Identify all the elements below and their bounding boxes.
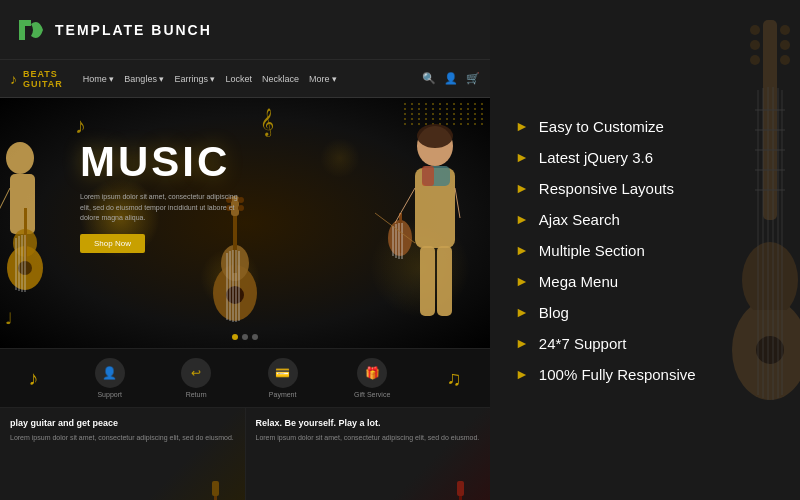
nav-action-icons: 🔍 👤 🛒 bbox=[422, 72, 480, 85]
dot-2 bbox=[242, 334, 248, 340]
nav-bangles[interactable]: Bangles ▾ bbox=[124, 74, 164, 84]
shop-now-button[interactable]: Shop Now bbox=[80, 234, 145, 253]
icon-item-return: ↩ Return bbox=[181, 358, 211, 398]
card-2-guitar-image bbox=[435, 461, 485, 500]
nav-bar: ♪ BEATSGUITAR Home ▾ Bangles ▾ Earrings … bbox=[0, 60, 490, 98]
svg-point-61 bbox=[756, 336, 784, 364]
hero-text-block: MUSIC Lorem ipsum dolor sit amet, consec… bbox=[80, 138, 240, 253]
card-1-desc: Lorem ipsum dolor sit amet, consectetur … bbox=[10, 433, 235, 444]
icon-item-music-note-left: ♪ bbox=[28, 367, 38, 390]
search-icon[interactable]: 🔍 bbox=[422, 72, 436, 85]
guitar-decoration-svg bbox=[725, 10, 800, 470]
bottom-cards: play guitar and get peace Lorem ipsum do… bbox=[0, 408, 490, 500]
svg-point-26 bbox=[417, 124, 453, 148]
svg-point-56 bbox=[750, 40, 760, 50]
brand-name: TEMPLATE BUNCH bbox=[55, 22, 212, 38]
bokeh-3 bbox=[320, 138, 360, 178]
svg-line-38 bbox=[455, 188, 460, 218]
payment-label: Payment bbox=[269, 391, 297, 398]
feature-arrow-7: ► bbox=[515, 335, 529, 351]
svg-rect-40 bbox=[437, 246, 452, 316]
nav-earrings[interactable]: Earrings ▾ bbox=[174, 74, 215, 84]
feature-text-0: Easy to Customize bbox=[539, 118, 664, 135]
svg-point-58 bbox=[780, 25, 790, 35]
music-note-center: 𝄞 bbox=[260, 108, 274, 136]
nav-menu: Home ▾ Bangles ▾ Earrings ▾ Locket Neckl… bbox=[83, 74, 337, 84]
svg-rect-29 bbox=[422, 166, 434, 186]
cart-icon[interactable]: 🛒 bbox=[466, 72, 480, 85]
svg-rect-50 bbox=[457, 481, 464, 496]
dot-3 bbox=[252, 334, 258, 340]
feature-text-4: Multiple Section bbox=[539, 242, 645, 259]
gift-icon-circle: 🎁 bbox=[357, 358, 387, 388]
return-label: Return bbox=[186, 391, 207, 398]
icon-item-payment: 💳 Payment bbox=[268, 358, 298, 398]
bottom-card-2: Relax. Be yourself. Play a lot. Lorem ip… bbox=[246, 408, 491, 500]
feature-arrow-6: ► bbox=[515, 304, 529, 320]
support-label: Support bbox=[97, 391, 122, 398]
nav-necklace[interactable]: Necklace bbox=[262, 74, 299, 84]
svg-point-53 bbox=[742, 242, 798, 318]
guitar-decoration-right bbox=[725, 10, 800, 474]
bottom-card-1: play guitar and get peace Lorem ipsum do… bbox=[0, 408, 246, 500]
music-note-icon-right: ♫ bbox=[447, 367, 462, 390]
violin-player-right bbox=[360, 118, 480, 348]
feature-arrow-2: ► bbox=[515, 180, 529, 196]
hero-dots bbox=[232, 334, 258, 340]
site-logo-icon: ♪ bbox=[10, 71, 17, 87]
svg-rect-54 bbox=[750, 310, 790, 340]
feature-text-1: Latest jQuery 3.6 bbox=[539, 149, 653, 166]
feature-arrow-0: ► bbox=[515, 118, 529, 134]
card-1-guitar-svg bbox=[190, 461, 240, 500]
icon-item-support: 👤 Support bbox=[95, 358, 125, 398]
icon-item-gift: 🎁 Gift Service bbox=[354, 358, 390, 398]
feature-text-5: Mega Menu bbox=[539, 273, 618, 290]
feature-text-7: 24*7 Support bbox=[539, 335, 627, 352]
music-note-icon-left: ♪ bbox=[28, 367, 38, 390]
brand-logo: TEMPLATE BUNCH bbox=[15, 16, 212, 44]
nav-more[interactable]: More ▾ bbox=[309, 74, 337, 84]
svg-line-10 bbox=[0, 188, 10, 218]
card-2-desc: Lorem ipsum dolor sit amet, consectetur … bbox=[256, 433, 481, 444]
svg-point-14 bbox=[226, 286, 244, 304]
left-panel: TEMPLATE BUNCH // Will be generated afte… bbox=[0, 0, 490, 500]
feature-arrow-1: ► bbox=[515, 149, 529, 165]
violin-player-svg bbox=[360, 118, 480, 348]
feature-text-8: 100% Fully Responsive bbox=[539, 366, 696, 383]
svg-point-0 bbox=[6, 142, 34, 174]
gift-label: Gift Service bbox=[354, 391, 390, 398]
nav-locket[interactable]: Locket bbox=[225, 74, 252, 84]
payment-icon-circle: 💳 bbox=[268, 358, 298, 388]
brand-logo-icon bbox=[15, 16, 47, 44]
site-logo-text: BEATSGUITAR bbox=[23, 69, 63, 89]
svg-point-57 bbox=[750, 55, 760, 65]
card-1-title: play guitar and get peace bbox=[10, 418, 235, 428]
nav-home[interactable]: Home ▾ bbox=[83, 74, 115, 84]
feature-arrow-4: ► bbox=[515, 242, 529, 258]
feature-arrow-8: ► bbox=[515, 366, 529, 382]
hero-description: Lorem ipsum dolor sit amet, consectetur … bbox=[80, 192, 240, 224]
card-1-guitar-image bbox=[190, 461, 240, 500]
svg-rect-39 bbox=[420, 246, 435, 316]
svg-rect-1 bbox=[10, 174, 35, 234]
return-icon-circle: ↩ bbox=[181, 358, 211, 388]
feature-arrow-3: ► bbox=[515, 211, 529, 227]
card-2-guitar-svg bbox=[435, 461, 485, 500]
svg-point-59 bbox=[780, 40, 790, 50]
svg-point-60 bbox=[780, 55, 790, 65]
feature-arrow-5: ► bbox=[515, 273, 529, 289]
user-icon[interactable]: 👤 bbox=[444, 72, 458, 85]
icon-row: ♪ 👤 Support ↩ Return 💳 Payment 🎁 Gift Se… bbox=[0, 348, 490, 408]
music-note-top: ♪ bbox=[75, 113, 86, 139]
support-icon-circle: 👤 bbox=[95, 358, 125, 388]
right-panel: ► Easy to Customize ► Latest jQuery 3.6 … bbox=[490, 0, 800, 500]
hero-section: ♪ ♩ 𝄞 bbox=[0, 98, 490, 348]
feature-text-6: Blog bbox=[539, 304, 569, 321]
feature-text-2: Responsive Layouts bbox=[539, 180, 674, 197]
svg-line-37 bbox=[395, 188, 415, 223]
music-note-bottom-left: ♩ bbox=[5, 309, 13, 328]
dot-1 bbox=[232, 334, 238, 340]
feature-text-3: Ajax Search bbox=[539, 211, 620, 228]
card-2-title: Relax. Be yourself. Play a lot. bbox=[256, 418, 481, 428]
icon-item-music-note-right: ♫ bbox=[447, 367, 462, 390]
